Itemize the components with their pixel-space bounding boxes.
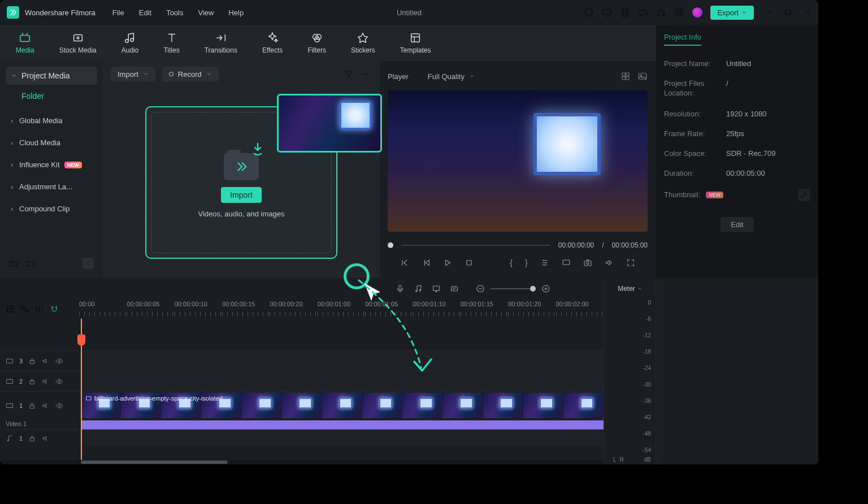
tree-compound-clip[interactable]: ›Compound Clip	[6, 198, 97, 220]
track-head-video-1[interactable]: 1 Video 1	[0, 392, 79, 419]
audio-meter: 0-6-12-18-24-30-36-42-48-54 LR dB	[604, 299, 656, 464]
zoom-slider[interactable]	[491, 288, 536, 289]
import-button[interactable]: Import	[221, 187, 262, 203]
folder-icon[interactable]	[26, 259, 35, 268]
import-hint: Videos, audio, and images	[198, 210, 285, 218]
menu-help[interactable]: Help	[228, 8, 244, 17]
project-media-header[interactable]: Project Media	[6, 67, 97, 85]
save-icon[interactable]	[620, 7, 630, 18]
drag-thumbnail[interactable]	[277, 94, 382, 153]
display-icon[interactable]	[562, 258, 571, 267]
tab-templates[interactable]: Templates	[388, 32, 444, 54]
marker-icon[interactable]	[432, 284, 441, 293]
headphones-icon[interactable]	[656, 7, 666, 18]
svg-point-15	[366, 73, 367, 75]
tab-filters[interactable]: Filters	[295, 32, 338, 54]
user-avatar[interactable]	[692, 7, 702, 18]
tree-cloud-media[interactable]: ›Cloud Media	[6, 132, 97, 154]
tab-effects[interactable]: Effects	[250, 32, 295, 54]
folder-item[interactable]: Folder	[6, 85, 97, 110]
preview-viewport[interactable]	[388, 90, 648, 232]
circle-icon[interactable]	[584, 7, 594, 18]
edit-thumbnail-icon[interactable]	[798, 189, 810, 201]
clip-label: billboard-advertising-empty-space-city-i…	[85, 395, 223, 402]
apps-icon[interactable]	[674, 7, 684, 18]
music-note-icon[interactable]	[414, 284, 423, 293]
text-box-icon[interactable]	[450, 284, 459, 293]
fullscreen-icon[interactable]	[626, 258, 635, 267]
player-tab-label: Player	[388, 72, 409, 81]
tab-titles[interactable]: Titles	[151, 32, 192, 54]
split-icon[interactable]	[35, 305, 44, 314]
svg-rect-47	[31, 405, 34, 408]
track-head-video-2[interactable]: 2	[0, 371, 79, 391]
mark-out-icon[interactable]: }	[525, 258, 528, 267]
tree-global-media[interactable]: ›Global Media	[6, 110, 97, 132]
import-dropdown[interactable]: Import	[111, 67, 155, 82]
prev-frame-icon[interactable]	[400, 258, 409, 267]
mic-icon[interactable]	[396, 284, 405, 293]
menu-edit[interactable]: Edit	[139, 8, 151, 17]
monitor-icon[interactable]	[602, 7, 612, 18]
svg-rect-38	[21, 306, 24, 309]
timeline-clip-video-1[interactable]: billboard-advertising-empty-space-city-i…	[81, 393, 604, 418]
svg-point-29	[587, 262, 589, 264]
step-back-icon[interactable]	[422, 258, 431, 267]
tree-adjustment-layer[interactable]: ›Adjustment La...	[6, 176, 97, 198]
minimize-icon[interactable]	[765, 8, 773, 16]
svg-point-9	[77, 37, 79, 39]
more-icon[interactable]	[362, 69, 372, 79]
menu-tools[interactable]: Tools	[166, 8, 183, 17]
svg-point-25	[545, 262, 546, 263]
project-info-tab[interactable]: Project Info	[664, 33, 701, 46]
image-icon[interactable]	[637, 71, 648, 81]
link-tracks-icon[interactable]	[20, 305, 29, 314]
play-icon[interactable]	[443, 258, 452, 267]
svg-point-31	[415, 290, 417, 292]
tab-stock-media[interactable]: Stock Media	[47, 32, 109, 54]
timeline-ruler[interactable]: 00:00 00:00:00:05 00:00:00:10 00:00:00:1…	[79, 299, 604, 319]
svg-rect-5	[680, 14, 683, 16]
tab-stickers[interactable]: Stickers	[338, 32, 388, 54]
export-button[interactable]: Export	[710, 6, 754, 20]
quality-dropdown[interactable]: Full Quality	[428, 72, 475, 81]
cloud-icon[interactable]	[638, 7, 648, 18]
svg-point-48	[58, 405, 60, 407]
menu-view[interactable]: View	[198, 8, 214, 17]
track-head-audio-1[interactable]: 1	[0, 430, 79, 446]
tab-audio[interactable]: Audio	[109, 32, 151, 54]
app-name: Wondershare Filmora	[25, 8, 96, 17]
collapse-sidebar-button[interactable]	[83, 258, 94, 269]
menu-file[interactable]: File	[112, 8, 124, 17]
settings-icon[interactable]	[540, 258, 549, 267]
magnet-icon[interactable]	[50, 305, 59, 314]
mark-in-icon[interactable]: {	[510, 258, 513, 267]
filter-icon[interactable]	[344, 69, 354, 79]
record-dropdown[interactable]: Record	[162, 67, 219, 82]
snapshot-icon[interactable]	[583, 258, 592, 267]
app-logo-icon	[7, 6, 19, 19]
edit-button[interactable]: Edit	[721, 217, 753, 232]
track-head-video-3[interactable]: 3	[0, 351, 79, 371]
svg-point-0	[585, 8, 593, 16]
close-icon[interactable]	[804, 8, 811, 16]
svg-rect-20	[626, 77, 629, 80]
folder-graphic	[224, 153, 259, 180]
stop-icon[interactable]	[465, 258, 474, 267]
maximize-icon[interactable]	[784, 8, 792, 16]
meter-dropdown[interactable]: Meter	[604, 278, 656, 299]
timeline-scrollbar[interactable]	[0, 460, 604, 464]
playhead[interactable]	[81, 319, 82, 460]
new-folder-icon[interactable]	[9, 259, 18, 268]
tab-transitions[interactable]: Transitions	[192, 32, 250, 54]
scrub-bar[interactable]: 00:00:00:00 / 00:00:05:00	[388, 237, 648, 253]
add-track-icon[interactable]	[6, 305, 15, 314]
tree-influence-kit[interactable]: ›Influence KitNEW	[6, 154, 97, 176]
volume-icon[interactable]	[605, 258, 614, 267]
svg-point-24	[543, 260, 544, 261]
zoom-out-icon[interactable]	[476, 284, 485, 293]
layout-grid-icon[interactable]	[620, 71, 631, 81]
zoom-in-icon[interactable]	[541, 284, 550, 293]
tab-media[interactable]: Media	[10, 32, 47, 54]
svg-rect-1	[604, 10, 611, 15]
